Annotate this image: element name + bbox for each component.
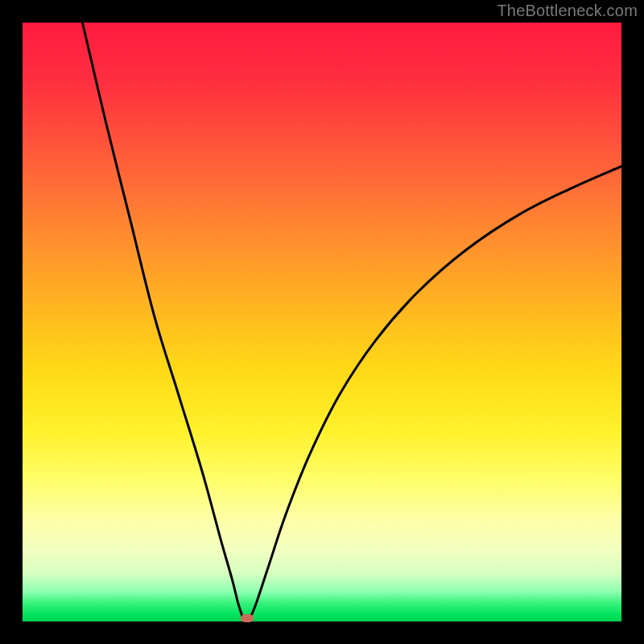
marker-point xyxy=(241,614,254,622)
curve-right xyxy=(250,167,621,618)
curve-layer xyxy=(23,23,621,621)
watermark-text: TheBottleneck.com xyxy=(497,2,638,20)
chart-frame: TheBottleneck.com xyxy=(0,0,644,644)
curve-left xyxy=(82,23,242,618)
plot-area xyxy=(23,23,621,621)
